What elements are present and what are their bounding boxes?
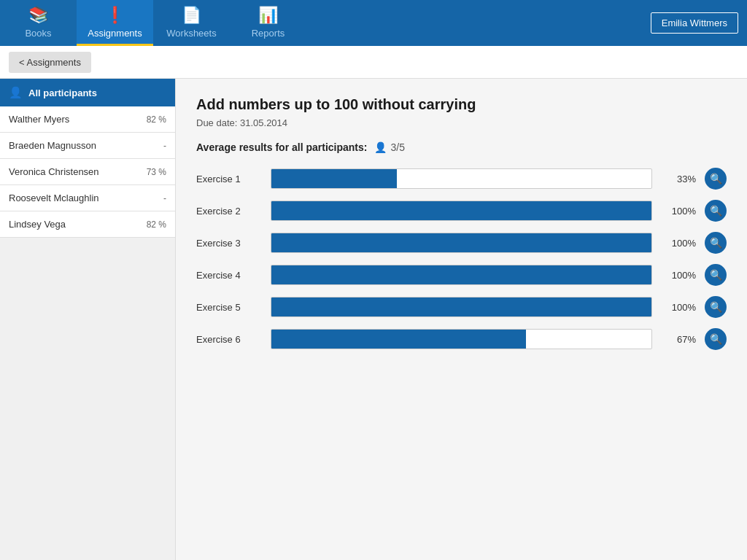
exercise-row: Exercise 1 33% 🔍 xyxy=(196,168,727,190)
participant-score: 82 % xyxy=(147,114,166,125)
exercise-percent: 100% xyxy=(661,270,696,281)
exercise-bar-container xyxy=(271,168,652,189)
nav-assignments[interactable]: ❗ Assignments xyxy=(77,0,153,46)
exercise-search-button[interactable]: 🔍 xyxy=(705,264,727,286)
all-participants-label: All participants xyxy=(28,88,97,98)
exercise-label: Exercise 4 xyxy=(196,270,262,281)
worksheets-icon: 📄 xyxy=(182,6,201,25)
exercise-percent: 100% xyxy=(661,238,696,249)
list-item[interactable]: Walther Myers 82 % xyxy=(0,106,175,133)
reports-icon: 📊 xyxy=(258,6,278,25)
participants-count: 👤 3/5 xyxy=(374,141,404,153)
participant-name: Lindsey Vega xyxy=(9,219,66,230)
exercise-search-button[interactable]: 🔍 xyxy=(705,296,727,318)
exercise-search-button[interactable]: 🔍 xyxy=(705,200,727,222)
exercise-bar-container xyxy=(271,265,652,285)
nav-assignments-label: Assignments xyxy=(88,28,142,39)
person-icon: 👤 xyxy=(9,86,23,99)
participant-name: Walther Myers xyxy=(9,114,69,125)
participant-score: - xyxy=(163,193,166,203)
due-date: Due date: 31.05.2014 xyxy=(196,117,727,128)
participant-score: 73 % xyxy=(147,167,166,177)
exercise-label: Exercise 2 xyxy=(196,206,262,217)
exercise-bar-container xyxy=(271,297,652,317)
participant-name: Veronica Christensen xyxy=(9,166,99,177)
exercise-search-button[interactable]: 🔍 xyxy=(705,328,727,350)
exercise-row: Exercise 3 100% 🔍 xyxy=(196,232,727,254)
exercise-label: Exercise 5 xyxy=(196,302,262,313)
exercise-bar-fill xyxy=(271,233,651,252)
nav-worksheets-label: Worksheets xyxy=(166,28,216,39)
exercise-percent: 67% xyxy=(661,334,696,345)
exercise-row: Exercise 5 100% 🔍 xyxy=(196,296,727,318)
list-item[interactable]: Braeden Magnusson - xyxy=(0,133,175,159)
list-item[interactable]: Lindsey Vega 82 % xyxy=(0,211,175,238)
sub-header: < Assignments xyxy=(0,46,747,79)
nav-reports-label: Reports xyxy=(252,28,285,39)
exercise-percent: 100% xyxy=(661,302,696,313)
exercise-bar-fill xyxy=(271,169,397,188)
nav-books-label: Books xyxy=(25,28,51,39)
avg-results-row: Average results for all participants: 👤 … xyxy=(196,141,727,153)
exercise-search-button[interactable]: 🔍 xyxy=(705,168,727,190)
top-nav: 📚 Books ❗ Assignments 📄 Worksheets 📊 Rep… xyxy=(0,0,747,46)
assignment-title: Add numbers up to 100 without carrying xyxy=(196,96,727,113)
exercise-percent: 33% xyxy=(661,174,696,184)
exercise-bar-fill xyxy=(271,265,651,284)
nav-reports[interactable]: 📊 Reports xyxy=(230,0,306,46)
user-badge[interactable]: Emilia Wittmers xyxy=(651,12,738,34)
books-icon: 📚 xyxy=(28,6,48,25)
assignments-icon: ❗ xyxy=(105,6,125,25)
content-area: Add numbers up to 100 without carrying D… xyxy=(176,79,747,560)
exercise-label: Exercise 3 xyxy=(196,238,262,249)
exercise-row: Exercise 2 100% 🔍 xyxy=(196,200,727,222)
list-item[interactable]: Veronica Christensen 73 % xyxy=(0,159,175,185)
participants-count-value: 3/5 xyxy=(390,141,404,153)
nav-worksheets[interactable]: 📄 Worksheets xyxy=(153,0,230,46)
participant-score: - xyxy=(163,141,166,151)
back-button[interactable]: < Assignments xyxy=(9,52,91,73)
exercise-search-button[interactable]: 🔍 xyxy=(705,232,727,254)
exercises-container: Exercise 1 33% 🔍 Exercise 2 100% 🔍 Exerc… xyxy=(196,168,727,350)
exercise-bar-fill xyxy=(271,330,526,349)
all-participants-item[interactable]: 👤 All participants xyxy=(0,79,175,106)
main-layout: 👤 All participants Walther Myers 82 % Br… xyxy=(0,79,747,560)
exercise-bar-container xyxy=(271,329,652,349)
exercise-bar-container xyxy=(271,233,652,253)
participant-name: Braeden Magnusson xyxy=(9,140,96,151)
participants-icon: 👤 xyxy=(374,141,387,153)
avg-label: Average results for all participants: xyxy=(196,141,367,153)
exercise-label: Exercise 1 xyxy=(196,174,262,184)
exercise-label: Exercise 6 xyxy=(196,334,262,345)
participant-score: 82 % xyxy=(147,219,166,230)
exercise-row: Exercise 4 100% 🔍 xyxy=(196,264,727,286)
exercise-percent: 100% xyxy=(661,206,696,217)
exercise-row: Exercise 6 67% 🔍 xyxy=(196,328,727,350)
participant-name: Roosevelt Mclaughlin xyxy=(9,192,99,203)
sidebar: 👤 All participants Walther Myers 82 % Br… xyxy=(0,79,176,560)
exercise-bar-fill xyxy=(271,201,651,220)
list-item[interactable]: Roosevelt Mclaughlin - xyxy=(0,185,175,211)
exercise-bar-fill xyxy=(271,298,651,316)
exercise-bar-container xyxy=(271,201,652,221)
nav-books[interactable]: 📚 Books xyxy=(0,0,77,46)
